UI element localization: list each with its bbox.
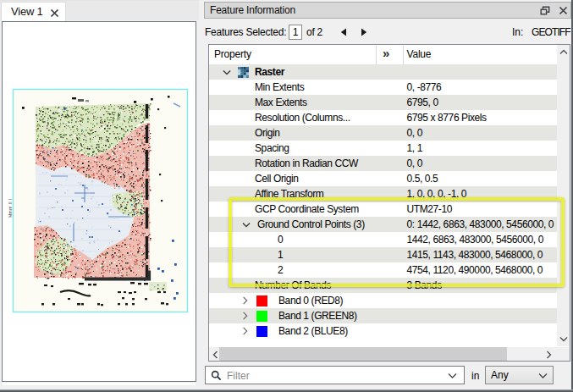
svg-text:Mmm II I: Mmm II I — [8, 198, 13, 218]
